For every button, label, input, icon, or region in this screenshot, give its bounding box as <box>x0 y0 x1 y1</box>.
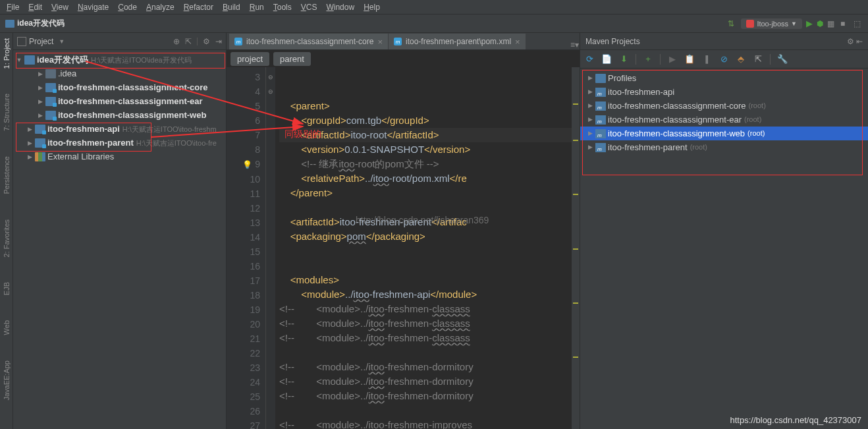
maven-panel: Maven Projects ⚙ ⇤ ⟳ 📄 ⬇ + ▶ 📋 ∥ ⊘ ⬘ ⇱ 🔧… <box>580 33 868 429</box>
project-tool-tab[interactable]: 1: Project <box>1 36 12 71</box>
tree-root[interactable]: ▼idea开发代码H:\天赋吉运ITOO\idea开发代码 <box>13 53 226 67</box>
menu-view[interactable]: View <box>47 1 72 13</box>
target-icon[interactable]: ⊕ <box>173 37 180 46</box>
jboss-icon <box>746 20 754 28</box>
search-icon[interactable]: ⬚ <box>854 19 863 28</box>
generate-sources-icon[interactable]: 📄 <box>601 54 612 65</box>
close-icon[interactable]: × <box>377 37 383 47</box>
breadcrumb-project[interactable]: project <box>231 52 269 66</box>
menu-code[interactable]: Code <box>114 1 141 13</box>
line-gutter: 345678💡 91011121314151617181920212223242… <box>227 67 266 429</box>
editor-tabs: mitoo-freshmen-classassignment-core×mito… <box>227 33 580 50</box>
tree-item[interactable]: ▶itoo-freshmen-classassignment-web <box>13 108 226 122</box>
maven-item[interactable]: ▶itoo-freshmen-classassignment-ear (root… <box>580 113 868 127</box>
main-menu-bar: FileEditViewNavigateCodeAnalyzeRefactorB… <box>0 0 868 14</box>
maven-item[interactable]: ▶itoo-freshmen-classassignment-core (roo… <box>580 99 868 113</box>
navigation-bar: idea开发代码 ⇅ Itoo-jboss ▼ ▶ ⬢ ▦ ■ ⬚ <box>0 14 868 33</box>
project-panel: Project ▼ ⊕ ⇱ ⚙ ⇥ ▼idea开发代码H:\天赋吉运ITOO\i… <box>13 33 227 429</box>
download-icon[interactable]: ⬇ <box>618 54 629 65</box>
run-config-selector[interactable]: Itoo-jboss ▼ <box>741 18 802 29</box>
debug-icon[interactable]: ⬢ <box>817 19 823 28</box>
coverage-icon[interactable]: ▦ <box>827 19 836 28</box>
footer-url: https://blog.csdn.net/qq_42373007 <box>730 415 862 425</box>
menu-analyze[interactable]: Analyze <box>142 1 178 13</box>
add-icon[interactable]: + <box>643 54 653 65</box>
menu-tools[interactable]: Tools <box>269 1 296 13</box>
editor-tab[interactable]: mitoo-freshmen-parent\pom.xml× <box>389 34 526 49</box>
menu-build[interactable]: Build <box>219 1 244 13</box>
menu-refactor[interactable]: Refactor <box>180 1 217 13</box>
folder-icon <box>5 20 14 28</box>
javaee-tool-tab[interactable]: JavaEE:App <box>1 358 12 403</box>
fold-gutter[interactable]: ⊖⊖ <box>266 67 275 429</box>
maven-file-icon: m <box>234 38 242 45</box>
tree-item[interactable]: ▶itoo-freshmen-classassignment-core <box>13 80 226 94</box>
toggle-offline-icon[interactable]: ∥ <box>701 54 712 65</box>
project-tree[interactable]: ▼idea开发代码H:\天赋吉运ITOO\idea开发代码▶.idea▶itoo… <box>13 50 226 166</box>
maven-panel-title: Maven Projects <box>585 37 640 46</box>
menu-run[interactable]: Run <box>246 1 268 13</box>
maven-toolbar: ⟳ 📄 ⬇ + ▶ 📋 ∥ ⊘ ⬘ ⇱ 🔧 <box>580 50 868 69</box>
settings-icon[interactable]: 🔧 <box>777 54 788 65</box>
build-icon[interactable]: ⇅ <box>728 19 737 28</box>
tree-item[interactable]: ▶itoo-freshmen-classassignment-ear <box>13 94 226 108</box>
tree-item[interactable]: ▶itoo-freshmen-parentH:\天赋吉运ITOO\itoo-fr… <box>13 136 226 150</box>
menu-vcs[interactable]: VCS <box>297 1 321 13</box>
editor-area: mitoo-freshmen-classassignment-core×mito… <box>227 33 580 429</box>
maven-tree[interactable]: ▶Profiles▶itoo-freshmen-api▶itoo-freshme… <box>580 69 868 157</box>
code-editor[interactable]: <parent> <groupId>com.tgb</groupId> <art… <box>275 67 580 429</box>
maven-item[interactable]: ▶itoo-freshmen-parent (root) <box>580 140 868 154</box>
project-panel-title[interactable]: Project <box>29 37 53 46</box>
favorites-tool-tab[interactable]: 2: Favorites <box>1 217 12 260</box>
gear-icon[interactable]: ⚙ <box>203 37 210 46</box>
collapse-all-icon[interactable]: ⇱ <box>753 54 763 65</box>
gear-icon[interactable]: ⚙ ⇤ <box>847 37 863 46</box>
breadcrumb-parent[interactable]: parent <box>273 52 311 66</box>
show-tabs-icon[interactable]: ≡▾ <box>570 40 580 49</box>
close-icon[interactable]: × <box>515 37 520 47</box>
web-tool-tab[interactable]: Web <box>1 318 12 337</box>
scroll-markers <box>572 67 580 429</box>
structure-tool-tab[interactable]: 7: Structure <box>1 91 12 134</box>
maven-item[interactable]: ▶itoo-freshmen-api <box>580 85 868 99</box>
maven-item[interactable]: ▶itoo-freshmen-classassignment-web (root… <box>580 127 868 140</box>
skip-tests-icon[interactable]: ⊘ <box>719 54 729 65</box>
execute-goal-icon[interactable]: 📋 <box>684 54 695 65</box>
editor-tab[interactable]: mitoo-freshmen-classassignment-core× <box>229 34 389 49</box>
menu-help[interactable]: Help <box>360 1 384 13</box>
tree-item[interactable]: ▶itoo-freshmen-apiH:\天赋吉运ITOO\itoo-fresh… <box>13 122 226 136</box>
stop-icon[interactable]: ■ <box>840 19 850 28</box>
ejb-tool-tab[interactable]: EJB <box>1 279 12 298</box>
tree-item[interactable]: ▶.idea <box>13 67 226 80</box>
hide-icon[interactable]: ⇥ <box>215 37 222 46</box>
reimport-icon[interactable]: ⟳ <box>584 54 595 65</box>
menu-edit[interactable]: Edit <box>24 1 46 13</box>
menu-file[interactable]: File <box>3 1 23 13</box>
collapse-icon[interactable]: ⇱ <box>185 37 192 46</box>
project-view-icon <box>17 37 26 46</box>
run-maven-icon[interactable]: ▶ <box>667 54 678 65</box>
persistence-tool-tab[interactable]: Persistence <box>1 154 12 196</box>
maven-file-icon: m <box>394 38 402 45</box>
left-tool-strip: 1: Project 7: Structure Persistence 2: F… <box>0 33 13 429</box>
tree-item[interactable]: ▶External Libraries <box>13 150 226 163</box>
run-config-label: Itoo-jboss <box>757 20 788 28</box>
run-icon[interactable]: ▶ <box>806 18 813 28</box>
nav-path[interactable]: idea开发代码 <box>17 18 65 29</box>
menu-window[interactable]: Window <box>322 1 358 13</box>
maven-item[interactable]: ▶Profiles <box>580 71 868 85</box>
menu-navigate[interactable]: Navigate <box>74 1 113 13</box>
dependencies-icon[interactable]: ⬘ <box>736 54 746 65</box>
